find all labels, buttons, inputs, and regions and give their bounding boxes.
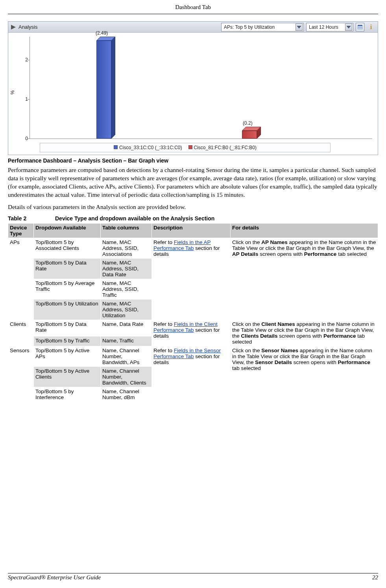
cell-dropdown: Top/Bottom 5 by Associated Clients <box>34 238 101 258</box>
svg-rect-4 <box>358 26 362 28</box>
footer-page-number: 22 <box>372 574 378 581</box>
cell-dropdown: Top/Bottom 5 by Utilization <box>34 299 101 320</box>
table-row: APsTop/Bottom 5 by Associated ClientsNam… <box>8 238 378 258</box>
time-dropdown[interactable]: Last 12 Hours <box>306 23 353 31</box>
svg-marker-1 <box>297 26 301 28</box>
cell-description: Refer to Fields in the AP Performance Ta… <box>152 238 231 320</box>
page-footer: SpectraGuard® Enterprise User Guide 22 <box>8 573 378 581</box>
table-caption: Table 2Device Type and dropdown availabl… <box>8 215 378 222</box>
y-axis-label: % <box>10 91 15 95</box>
cell-dropdown: Top/Bottom 5 by Data Rate <box>34 258 101 279</box>
paragraph-2: Details of various parameters in the Ana… <box>8 203 378 211</box>
cell-details: Click on the AP Names appearing in the N… <box>231 238 378 320</box>
cell-dropdown: Top/Bottom 5 by Average Traffic <box>34 279 101 299</box>
cell-columns: Name, Channel Number, Bandwidth, Clients <box>101 366 152 387</box>
page-header: Dashboard Tab <box>8 4 378 11</box>
metric-dropdown[interactable]: APs: Top 5 by Utilization <box>221 23 304 31</box>
y-axis <box>30 37 30 139</box>
cell-columns: Name, Channel Number, Bandwidth, APs <box>101 346 152 366</box>
figure-caption: Performance Dashboard – Analysis Section… <box>8 157 378 164</box>
info-icon[interactable]: i <box>367 23 375 31</box>
cell-columns: Name, MAC Address, SSID, Data Rate <box>101 258 152 279</box>
cell-description: Refer to Fields in the Sensor Performanc… <box>152 346 231 401</box>
bar-value-0: (2.49) <box>96 30 108 36</box>
panel-title: Analysis <box>18 24 37 30</box>
cell-columns: Name, MAC Address, SSID, Traffic <box>101 279 152 299</box>
cell-device-type: Sensors <box>8 346 34 401</box>
chart-legend: Cisco_33:1C:C0 (_:33:1C:C0) Cisco_81:FC:… <box>40 143 331 152</box>
bar-series-1[interactable] <box>242 131 261 139</box>
cell-description: Refer to Fields in the Client Performanc… <box>152 320 231 346</box>
bar-chart: % 0 1 2 (2.49) (0.2) <box>8 33 378 155</box>
y-tick-2: 2 <box>18 57 28 63</box>
time-dropdown-value: Last 12 Hours <box>309 24 344 30</box>
cell-dropdown: Top/Bottom 5 by Active APs <box>34 346 101 366</box>
legend-swatch-red <box>188 145 192 149</box>
th-details: For details <box>231 223 378 238</box>
plot-area: (2.49) (0.2) <box>30 37 372 139</box>
svg-rect-3 <box>358 25 362 26</box>
svg-marker-0 <box>11 25 16 30</box>
analysis-table: Device Type Dropdown Available Table col… <box>8 223 378 402</box>
metric-dropdown-value: APs: Top 5 by Utilization <box>224 24 294 30</box>
table-row: ClientsTop/Bottom 5 by Data RateName, Da… <box>8 320 378 336</box>
chevron-down-icon[interactable] <box>345 24 352 31</box>
description-link[interactable]: Fields in the Sensor Performance Tab <box>153 348 221 359</box>
y-tick-1: 1 <box>18 96 28 102</box>
description-link[interactable]: Fields in the Client Performance Tab <box>153 321 218 333</box>
analysis-toolbar: Analysis APs: Top 5 by Utilization Last … <box>8 22 378 33</box>
analysis-panel: Analysis APs: Top 5 by Utilization Last … <box>8 21 378 155</box>
cell-columns: Name, Channel Number, dBm <box>101 387 152 401</box>
cell-dropdown: Top/Bottom 5 by Data Rate <box>34 320 101 336</box>
paragraph-1: Performance parameters are computed base… <box>8 166 378 199</box>
bar-value-1: (0.2) <box>243 120 253 126</box>
legend-item-1: Cisco_81:FC:B0 (_:81:FC:B0) <box>188 145 257 150</box>
collapse-toggle-icon[interactable] <box>11 24 16 30</box>
x-axis <box>30 139 372 139</box>
legend-item-0: Cisco_33:1C:C0 (_:33:1C:C0) <box>114 145 182 150</box>
footer-guide: SpectraGuard® Enterprise User Guide <box>8 574 101 581</box>
table-view-icon[interactable] <box>356 23 364 31</box>
y-tick-0: 0 <box>18 136 28 141</box>
th-device-type: Device Type <box>8 223 34 238</box>
th-dropdown: Dropdown Available <box>34 223 101 238</box>
header-rule <box>8 14 378 14</box>
cell-columns: Name, Data Rate <box>101 320 152 336</box>
th-columns: Table columns <box>101 223 152 238</box>
cell-columns: Name, MAC Address, SSID, Utilization <box>101 299 152 320</box>
table-row: SensorsTop/Bottom 5 by Active APsName, C… <box>8 346 378 366</box>
cell-dropdown: Top/Bottom 5 by Interference <box>34 387 101 401</box>
cell-columns: Name, MAC Address, SSID, Associations <box>101 238 152 258</box>
legend-swatch-blue <box>114 145 118 149</box>
th-description: Description <box>152 223 231 238</box>
y-ticks: 0 1 2 <box>18 37 28 139</box>
table-header-row: Device Type Dropdown Available Table col… <box>8 223 378 238</box>
cell-device-type: APs <box>8 238 34 320</box>
cell-details: Click on the Sensor Names appearing in t… <box>231 346 378 401</box>
cell-dropdown: Top/Bottom 5 by Active Clients <box>34 366 101 387</box>
cell-details: Click on the Client Names appearing in t… <box>231 320 378 346</box>
bar-series-0[interactable] <box>96 41 115 139</box>
chevron-down-icon[interactable] <box>296 24 303 31</box>
svg-rect-5 <box>358 28 362 29</box>
cell-device-type: Clients <box>8 320 34 346</box>
cell-columns: Name, Traffic <box>101 336 152 346</box>
cell-dropdown: Top/Bottom 5 by Traffic <box>34 336 101 346</box>
svg-marker-2 <box>346 26 351 28</box>
description-link[interactable]: Fields in the AP Performance Tab <box>153 239 211 251</box>
